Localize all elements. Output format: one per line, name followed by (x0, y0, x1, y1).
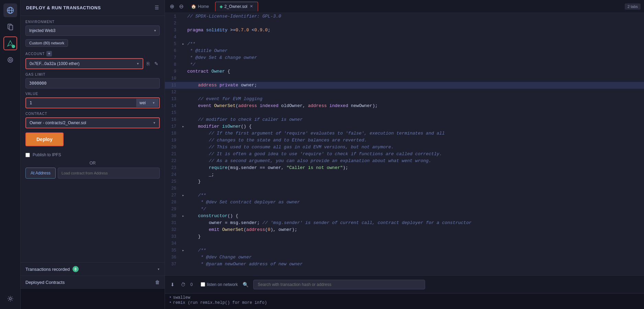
code-line-2: 2 (165, 20, 644, 27)
code-line-22: 22 // As a second argument, you can also… (165, 158, 644, 164)
code-line-25: 25 } (165, 178, 644, 185)
editor-topbar: ⊕ ⊖ 🏠 Home ◆ 2_Owner.sol ✕ 2 tabs (165, 0, 644, 13)
home-icon: 🏠 (191, 4, 196, 9)
code-line-23: 23 require(msg.sender == owner, "Caller … (165, 164, 644, 171)
settings-icon-btn[interactable] (3, 292, 17, 306)
deploy-icon-btn[interactable] (3, 36, 17, 50)
terminal-clock-btn[interactable]: ⏱ (179, 280, 187, 289)
environment-select[interactable]: Injected Web3 JavaScript VM Web3 Provide… (25, 25, 160, 36)
contract-select[interactable]: Owner - contracts/2_Owner.sol (26, 118, 159, 128)
code-editor[interactable]: 1 // SPDX-License-Identifier: GPL-3.0 2 … (165, 13, 644, 275)
deployed-contracts-section: Deployed Contracts 🗑 (21, 276, 165, 309)
copy-account-btn[interactable]: ⎘ (145, 60, 151, 68)
tab-close-btn[interactable]: ✕ (249, 4, 254, 8)
code-line-11: 11 address private owner; (165, 82, 644, 89)
contract-select-wrapper: Owner - contracts/2_Owner.sol ▾ (25, 117, 160, 128)
main-area: ⊕ ⊖ 🏠 Home ◆ 2_Owner.sol ✕ 2 tabs 1 // S… (165, 0, 644, 309)
code-line-4: 4 (165, 34, 644, 41)
tab-home[interactable]: 🏠 Home (187, 2, 213, 11)
deploy-button[interactable]: Deploy (25, 132, 64, 146)
tab-active[interactable]: ◆ 2_Owner.sol ✕ (215, 2, 258, 11)
code-line-5: 5 ▸ /** (165, 41, 644, 47)
environment-label: ENVIRONMENT (25, 20, 160, 24)
svg-rect-4 (9, 25, 13, 30)
tabs-count: 2 tabs (625, 3, 641, 10)
code-line-27: 27 ▸ /** (165, 192, 644, 199)
code-line-31: 31 owner = msg.sender; // 'msg.sender' i… (165, 220, 644, 226)
terminal-line-1: •swallew (169, 295, 640, 300)
files-icon-btn[interactable] (3, 20, 17, 34)
transactions-chevron: ▾ (157, 267, 160, 272)
gas-limit-input[interactable] (25, 78, 160, 88)
value-row: wei gwei finney ether ▾ (25, 97, 160, 108)
or-divider: OR (25, 161, 160, 166)
code-line-20: 20 // This used to consume all gas in ol… (165, 144, 644, 151)
code-line-19: 19 // changes to the state and to Ether … (165, 137, 644, 144)
listen-network-label: listen on network (207, 282, 238, 287)
value-input[interactable] (27, 99, 134, 107)
at-address-button[interactable]: At Address (25, 168, 56, 179)
network-badge: Custom (80) network (25, 39, 68, 47)
code-line-9: 9 contract Owner { (165, 68, 644, 75)
listen-network-row: listen on network (201, 282, 238, 287)
code-line-35: 35 ▸ /** (165, 247, 644, 254)
icon-bar (0, 0, 21, 309)
code-line-34: 34 (165, 240, 644, 247)
account-row: 0x7EF...0a32a (1000 ether) ▾ ⎘ ✎ (25, 58, 160, 69)
account-label: ACCOUNT + (25, 51, 160, 56)
active-tab-label: 2_Owner.sol (224, 4, 247, 9)
deployed-contracts-header[interactable]: Deployed Contracts 🗑 (21, 276, 165, 288)
code-line-28: 28 * @dev Set contract deployer as owner (165, 199, 644, 206)
code-line-3: 3 pragma solidity >=0.7.0 <0.9.0; (165, 27, 644, 34)
contract-label: CONTRACT (25, 112, 160, 116)
code-line-8: 8 */ (165, 61, 644, 68)
publish-ipfs-label: Publish to IPFS (33, 152, 61, 157)
value-unit-select[interactable]: wei gwei finney ether (136, 99, 158, 107)
deploy-badge (12, 45, 15, 48)
account-select-wrapper: 0x7EF...0a32a (1000 ether) ▾ (25, 58, 143, 69)
edit-account-btn[interactable]: ✎ (153, 60, 160, 68)
deployed-contracts-delete-btn[interactable]: 🗑 (155, 279, 160, 285)
panel-body: ENVIRONMENT Injected Web3 JavaScript VM … (21, 16, 165, 262)
code-line-37: 37 * @param newOwner address of new owne… (165, 261, 644, 268)
home-tab-label: Home (198, 4, 209, 9)
zoom-out-btn[interactable]: ⊖ (178, 2, 185, 10)
deployed-contracts-body (21, 288, 165, 309)
publish-ipfs-checkbox[interactable] (25, 153, 30, 157)
network-icon-btn[interactable] (3, 3, 17, 17)
code-line-33: 33 } (165, 233, 644, 240)
terminal-output: •swallew •remix (run remix.help() for mo… (165, 293, 644, 309)
transactions-title: Transactions recorded 0 (25, 266, 79, 272)
svg-point-7 (9, 59, 11, 61)
code-line-12: 12 (165, 89, 644, 96)
svg-point-6 (8, 57, 13, 62)
load-contract-input[interactable] (58, 168, 160, 179)
account-select[interactable]: 0x7EF...0a32a (1000 ether) (26, 59, 143, 68)
panel-menu-icon[interactable]: ☰ (155, 5, 159, 11)
code-line-30: 30 ▸ constructor() { (165, 213, 644, 220)
panel-header: DEPLOY & RUN TRANSACTIONS ☰ (21, 0, 165, 16)
code-line-1: 1 // SPDX-License-Identifier: GPL-3.0 (165, 13, 644, 20)
transactions-section: Transactions recorded 0 ▾ (21, 262, 165, 276)
value-unit-wrapper: wei gwei finney ether ▾ (136, 99, 158, 107)
publish-ipfs-row: Publish to IPFS (25, 152, 160, 157)
plugin-icon-btn[interactable] (3, 53, 17, 67)
terminal-search-input[interactable] (253, 280, 425, 289)
code-line-16: 16 // modifier to check if caller is own… (165, 116, 644, 123)
terminal-down-btn[interactable]: ⬇ (169, 280, 176, 289)
gas-limit-label: GAS LIMIT (25, 73, 160, 76)
code-line-36: 36 * @dev Change owner (165, 254, 644, 261)
tx-count-badge: 0 (73, 266, 79, 272)
left-panel: DEPLOY & RUN TRANSACTIONS ☰ ENVIRONMENT … (21, 0, 165, 309)
deployed-contracts-title: Deployed Contracts (25, 280, 65, 285)
terminal-search-btn[interactable]: 🔍 (241, 280, 250, 289)
transactions-header[interactable]: Transactions recorded 0 ▾ (21, 263, 165, 276)
value-label: VALUE (25, 92, 160, 96)
svg-point-8 (9, 298, 11, 300)
add-account-btn[interactable]: + (46, 51, 52, 56)
code-line-17: 17 ▸ modifier isOwner() { (165, 123, 644, 130)
terminal-line-2: •remix (run remix.help() for more info) (169, 300, 640, 305)
code-line-7: 7 * @dev Set & change owner (165, 54, 644, 61)
listen-network-checkbox[interactable] (201, 282, 205, 287)
zoom-in-btn[interactable]: ⊕ (168, 2, 176, 10)
